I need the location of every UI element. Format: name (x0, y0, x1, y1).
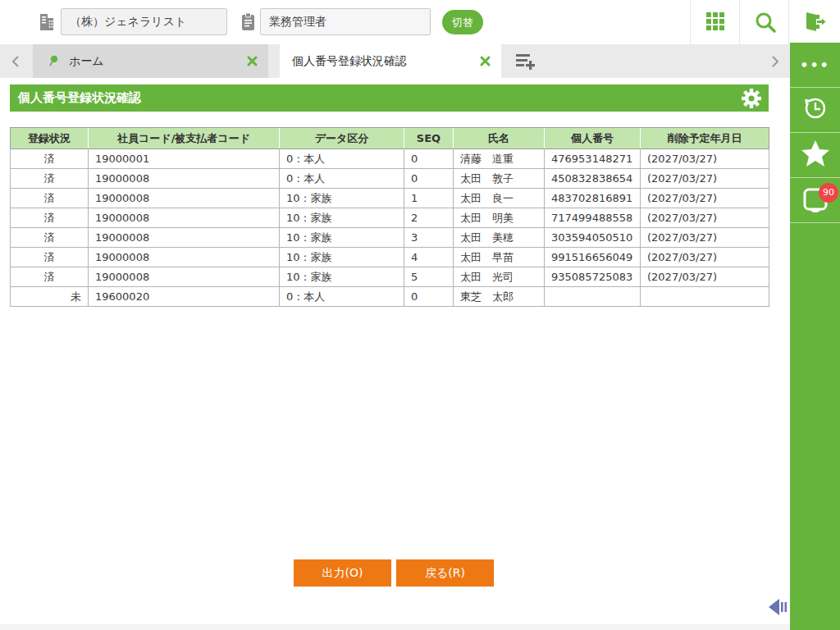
table-row[interactable]: 済1900000810：家族2太田 明美717499488558(2027/03… (11, 208, 769, 228)
history-icon (802, 95, 829, 125)
table-cell: 太田 早苗 (454, 248, 545, 267)
table-header-row: 登録状況社員コード/被支払者コードデータ区分SEQ氏名個人番号削除予定年月日 (11, 128, 769, 149)
back-button[interactable]: 戻る(R) (396, 559, 494, 587)
table-cell: (2027/03/27) (641, 208, 769, 228)
table-cell: 0：本人 (280, 149, 404, 169)
registration-status-table: 登録状況社員コード/被支払者コードデータ区分SEQ氏名個人番号削除予定年月日 済… (10, 127, 769, 307)
star-icon (801, 139, 830, 171)
table-cell: 991516656049 (545, 248, 641, 267)
sidebar-favorites-button[interactable] (790, 133, 840, 178)
tab-active-close-icon[interactable] (479, 55, 491, 67)
tab-home[interactable]: ホーム (33, 44, 268, 78)
table-cell: 10：家族 (280, 189, 404, 208)
table-cell: (2027/03/27) (641, 169, 769, 189)
switch-button[interactable]: 切替 (442, 10, 483, 34)
table-cell: 2 (404, 208, 454, 228)
tab-home-close-icon[interactable] (246, 55, 258, 67)
gear-icon[interactable] (741, 88, 762, 109)
table-cell: 5 (404, 267, 454, 287)
column-header: 個人番号 (545, 128, 641, 149)
table-cell: 済 (11, 228, 89, 248)
apps-grid-icon[interactable] (705, 11, 728, 34)
company-field[interactable] (61, 8, 227, 35)
table-cell: 清藤 道重 (454, 149, 545, 169)
table-cell: 19000008 (89, 267, 280, 287)
table-cell: 未 (11, 287, 89, 307)
table-cell: 東芝 太郎 (454, 287, 545, 307)
table-cell: 10：家族 (280, 267, 404, 287)
table-cell: 0 (404, 287, 454, 307)
table-cell: 19600020 (89, 287, 280, 307)
tab-bar: ホーム 個人番号登録状況確認 (0, 44, 790, 78)
column-header: 氏名 (454, 128, 545, 149)
table-cell: 済 (11, 149, 89, 169)
right-sidebar: ••• 90 (790, 43, 840, 630)
role-clipboard-icon (240, 12, 256, 34)
table-cell: (2027/03/27) (641, 149, 769, 169)
table-cell: (2027/03/27) (641, 228, 769, 248)
table-cell: 476953148271 (545, 149, 641, 169)
ellipsis-icon: ••• (800, 57, 830, 73)
table-body: 済190000010：本人0清藤 道重476953148271(2027/03/… (11, 149, 769, 307)
main-content: 個人番号登録状況確認 登録状況社員コード/被支払者コードデータ区分SEQ氏名個人… (0, 78, 790, 630)
table-cell: 19000008 (89, 169, 280, 189)
table-cell: 済 (11, 208, 89, 228)
table-cell: (2027/03/27) (641, 267, 769, 287)
table-row[interactable]: 済190000010：本人0清藤 道重476953148271(2027/03/… (11, 149, 769, 169)
table-cell: 0 (404, 169, 454, 189)
table-cell: 太田 良一 (454, 189, 545, 208)
sidebar-notifications-button[interactable]: 90 (790, 178, 840, 223)
table-cell: 483702816891 (545, 189, 641, 208)
sidebar-history-button[interactable] (790, 88, 840, 133)
page-title-bar: 個人番号登録状況確認 (10, 84, 769, 112)
table-cell: 303594050510 (545, 228, 641, 248)
table-cell: 済 (11, 267, 89, 287)
tab-scroll-right-icon[interactable] (763, 44, 788, 78)
table-cell: 19000008 (89, 208, 280, 228)
table-cell: 太田 敦子 (454, 169, 545, 189)
table-cell: 0 (404, 149, 454, 169)
table-row[interactable]: 済1900000810：家族5太田 光司935085725083(2027/03… (11, 267, 769, 287)
logout-icon[interactable] (803, 11, 826, 34)
export-button[interactable]: 出力(O) (294, 559, 391, 587)
table-cell: 10：家族 (280, 228, 404, 248)
table-row[interactable]: 済190000080：本人0太田 敦子450832838654(2027/03/… (11, 169, 769, 189)
table-row[interactable]: 未196000200：本人0東芝 太郎 (11, 287, 769, 307)
table-cell: 19000008 (89, 248, 280, 267)
table-cell: 10：家族 (280, 248, 404, 267)
table-cell: 19000008 (89, 189, 280, 208)
page-title: 個人番号登録状況確認 (18, 90, 141, 105)
tab-active-label: 個人番号登録状況確認 (292, 54, 407, 69)
pin-icon (48, 55, 59, 70)
role-field[interactable] (260, 8, 431, 35)
table-cell: 3 (404, 228, 454, 248)
table-cell: 0：本人 (280, 287, 404, 307)
table-cell (641, 287, 769, 307)
tab-active[interactable]: 個人番号登録状況確認 (280, 44, 501, 78)
column-header: 社員コード/被支払者コード (89, 128, 280, 149)
table-cell: 717499488558 (545, 208, 641, 228)
column-header: 登録状況 (11, 128, 89, 149)
column-header: SEQ (404, 128, 454, 149)
table-cell: 0：本人 (280, 169, 404, 189)
footer-strip (0, 624, 790, 630)
notification-badge: 90 (819, 183, 838, 203)
table-cell: 10：家族 (280, 208, 404, 228)
table-cell: 450832838654 (545, 169, 641, 189)
topbar-divider (739, 0, 740, 44)
table-row[interactable]: 済1900000810：家族1太田 良一483702816891(2027/03… (11, 189, 769, 208)
column-header: データ区分 (280, 128, 404, 149)
search-icon[interactable] (754, 11, 777, 34)
column-header: 削除予定年月日 (641, 128, 769, 149)
company-building-icon (38, 12, 56, 35)
table-cell: 済 (11, 169, 89, 189)
collapse-sidebar-arrow-icon[interactable] (767, 596, 790, 621)
table-row[interactable]: 済1900000810：家族4太田 早苗991516656049(2027/03… (11, 248, 769, 267)
sidebar-more-button[interactable]: ••• (790, 43, 840, 88)
tab-scroll-left-icon[interactable] (3, 44, 28, 78)
add-tab-icon[interactable] (514, 52, 539, 71)
table-cell: 太田 美穂 (454, 228, 545, 248)
table-cell: 太田 明美 (454, 208, 545, 228)
table-cell: (2027/03/27) (641, 248, 769, 267)
table-row[interactable]: 済1900000810：家族3太田 美穂303594050510(2027/03… (11, 228, 769, 248)
